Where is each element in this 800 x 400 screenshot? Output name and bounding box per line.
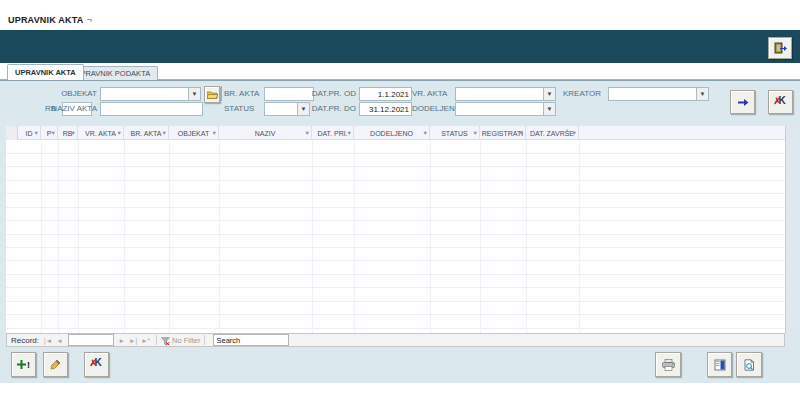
record-navigation-bar: Record: |◄ ◄ ► ►| ►* No Filter xyxy=(6,333,785,347)
clear-filter-button[interactable]: K ✗ xyxy=(768,90,793,114)
column-header-br-akta[interactable]: BR. AKTA▼ xyxy=(124,126,169,140)
vr-akta-input[interactable] xyxy=(456,88,543,100)
datasheet: ID▼P▼RB▼VR. AKTA▼BR. AKTA▼OBJEKAT▼NAZIV▼… xyxy=(6,126,785,333)
filter-arrow-icon[interactable]: ▼ xyxy=(473,130,478,136)
column-header-p[interactable]: P▼ xyxy=(41,126,58,140)
dat-pr-do-label: DAT.PR. DO xyxy=(300,104,356,113)
tab-upravnik-akta[interactable]: UPRAVNIK AKTA xyxy=(7,64,84,80)
objekat-combo[interactable]: ▼ xyxy=(100,87,201,101)
dat-pr-od-label: DAT.PR. OD xyxy=(300,89,356,98)
filter-arrow-icon[interactable]: ▼ xyxy=(423,130,428,136)
filter-arrow-icon[interactable]: ▼ xyxy=(212,130,217,136)
divider xyxy=(204,335,205,345)
print-preview-icon xyxy=(743,359,755,371)
objekat-label: OBJEKAT xyxy=(30,89,97,98)
kreator-label: KREATOR xyxy=(563,89,597,98)
add-record-icon: ! xyxy=(17,360,30,370)
column-header-dodeljeno[interactable]: DODELJENO▼ xyxy=(354,126,430,140)
dodeljeno-input[interactable] xyxy=(456,103,543,115)
previous-record-button[interactable]: ◄ xyxy=(56,337,62,344)
status-input[interactable] xyxy=(265,103,297,115)
print-preview-button[interactable] xyxy=(736,352,762,377)
chevron-down-icon[interactable]: ▼ xyxy=(188,88,200,100)
objekat-input[interactable] xyxy=(101,88,188,100)
next-record-button[interactable]: ► xyxy=(119,337,125,344)
record-label: Record: xyxy=(11,336,39,345)
dodeljeno-combo[interactable]: ▼ xyxy=(455,102,556,116)
br-akta-label: BR. AKTA xyxy=(224,89,256,98)
chevron-down-icon[interactable]: ▼ xyxy=(543,103,555,115)
column-header-status[interactable]: STATUS▼ xyxy=(430,126,480,140)
column-header-dat-pri[interactable]: DAT. PRI.▼ xyxy=(312,126,354,140)
column-header-objekat[interactable]: OBJEKAT▼ xyxy=(169,126,219,140)
grid-column-line xyxy=(312,140,313,333)
title-mark: ¬ xyxy=(86,15,91,25)
no-filter-label[interactable]: No Filter xyxy=(172,336,200,345)
filter-arrow-icon[interactable]: ▼ xyxy=(572,130,577,136)
status-label: STATUS xyxy=(224,104,256,113)
tab-bar: UPRAVNIK AKTA UPRAVNIK PODAKTA xyxy=(0,63,800,80)
vertical-scrollbar[interactable] xyxy=(785,126,796,333)
column-header-naziv[interactable]: NAZIV▼ xyxy=(219,126,312,140)
vr-akta-combo[interactable]: ▼ xyxy=(455,87,556,101)
search-input[interactable] xyxy=(213,334,289,346)
cancel-icon: K ✗ xyxy=(91,359,103,370)
filter-arrow-icon[interactable]: ▼ xyxy=(347,130,352,136)
grid-column-line xyxy=(58,140,59,333)
print-button[interactable] xyxy=(655,352,681,377)
filter-arrow-icon[interactable]: ▼ xyxy=(51,130,56,136)
cancel-record-button[interactable]: K ✗ xyxy=(84,352,109,377)
filter-arrow-icon[interactable]: ▼ xyxy=(117,130,122,136)
apply-filter-button[interactable] xyxy=(730,90,755,114)
grid-column-line xyxy=(124,140,125,333)
chevron-down-icon[interactable]: ▼ xyxy=(696,88,708,100)
grid-column-line xyxy=(41,140,42,333)
naziv-akta-input[interactable] xyxy=(100,102,203,116)
grid-column-line xyxy=(480,140,481,333)
last-record-button[interactable]: ►| xyxy=(129,337,137,344)
filter-arrow-icon[interactable]: ▼ xyxy=(162,130,167,136)
grid-column-line xyxy=(430,140,431,333)
grid-column-line xyxy=(579,140,580,333)
report-button[interactable] xyxy=(707,352,732,377)
new-record-button[interactable]: ►* xyxy=(141,337,150,344)
edit-record-button[interactable] xyxy=(43,352,68,377)
table-body[interactable] xyxy=(6,140,785,333)
kreator-combo[interactable]: ▼ xyxy=(608,87,709,101)
kreator-input[interactable] xyxy=(609,88,696,100)
column-header-dat-zavr-e[interactable]: DAT. ZAVRŠE▼ xyxy=(526,126,579,140)
dat-pr-od-input[interactable] xyxy=(359,87,412,101)
column-header-vr-akta[interactable]: VR. AKTA▼ xyxy=(78,126,124,140)
upravnik-akta-window: { "window": { "title": "UPRAVNIK AKTA", … xyxy=(0,0,800,400)
column-header-id[interactable]: ID▼ xyxy=(18,126,41,140)
divider xyxy=(156,335,157,345)
filter-arrow-icon[interactable]: ▼ xyxy=(71,130,76,136)
pencil-icon xyxy=(50,359,61,370)
open-object-button[interactable] xyxy=(204,86,220,103)
printer-icon xyxy=(662,359,675,371)
filter-funnel-icon xyxy=(161,337,170,346)
dodeljeno-label: DODELJENO xyxy=(412,104,454,113)
grid-column-line xyxy=(354,140,355,333)
column-header-rb[interactable]: RB▼ xyxy=(58,126,78,140)
clear-filter-icon: K ✗ xyxy=(775,97,787,108)
grid-column-line xyxy=(169,140,170,333)
filter-arrow-icon[interactable]: ▼ xyxy=(305,130,310,136)
filter-arrow-icon[interactable]: ▼ xyxy=(519,130,524,136)
arrow-right-icon xyxy=(737,98,749,107)
grid-column-line xyxy=(78,140,79,333)
record-count-box[interactable] xyxy=(68,334,114,346)
report-icon xyxy=(714,359,726,371)
naziv-akta-label: NAZIV AKTA xyxy=(40,104,97,113)
exit-button[interactable] xyxy=(768,37,792,59)
column-header-registrati[interactable]: REGISTRATI▼ xyxy=(480,126,526,140)
dat-pr-do-input[interactable] xyxy=(359,102,412,116)
folder-open-icon xyxy=(207,90,218,99)
chevron-down-icon[interactable]: ▼ xyxy=(543,88,555,100)
row-selector-header[interactable] xyxy=(6,126,18,140)
add-record-button[interactable]: ! xyxy=(11,352,36,377)
filter-arrow-icon[interactable]: ▼ xyxy=(34,130,39,136)
first-record-button[interactable]: |◄ xyxy=(44,337,52,344)
grid-column-line xyxy=(219,140,220,333)
page-title: UPRAVNIK AKTA¬ xyxy=(8,15,92,25)
